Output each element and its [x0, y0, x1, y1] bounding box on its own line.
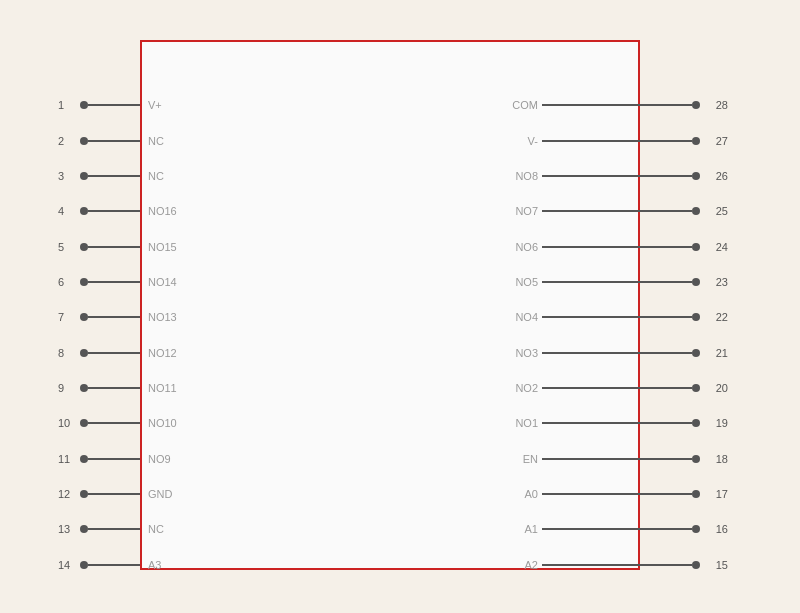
pin-right-25: 25NO7: [530, 207, 700, 215]
pin-left-5: 5NO15: [80, 243, 150, 251]
pin-dot: [692, 207, 700, 215]
pin-number: 4: [58, 205, 64, 217]
pin-number: 2: [58, 135, 64, 147]
pin-number: 5: [58, 241, 64, 253]
pin-line: [88, 564, 140, 566]
pin-line: [88, 352, 140, 354]
pin-line: [542, 458, 692, 460]
pin-dot: [692, 101, 700, 109]
pin-line: [542, 387, 692, 389]
pin-line: [542, 210, 692, 212]
pin-dot: [80, 455, 88, 463]
pin-label: NO1: [515, 417, 538, 429]
pin-right-20: 20NO2: [530, 384, 700, 392]
pin-right-24: 24NO6: [530, 243, 700, 251]
pin-label: NO13: [148, 311, 177, 323]
pin-line: [542, 422, 692, 424]
pin-left-14: 14A3: [80, 561, 150, 569]
pin-line: [542, 316, 692, 318]
pin-dot: [692, 243, 700, 251]
pin-line: [88, 458, 140, 460]
pin-dot: [80, 137, 88, 145]
pin-right-19: 19NO1: [530, 419, 700, 427]
pin-label: V+: [148, 99, 162, 111]
pin-line: [88, 210, 140, 212]
pin-label: NO6: [515, 241, 538, 253]
pin-number: 8: [58, 347, 64, 359]
pin-dot: [80, 490, 88, 498]
pin-number: 16: [716, 523, 728, 535]
pin-line: [88, 422, 140, 424]
pin-right-17: 17A0: [530, 490, 700, 498]
pin-dot: [692, 525, 700, 533]
chip-diagram: 1V+2NC3NC4NO165NO156NO147NO138NO129NO111…: [80, 30, 700, 580]
pin-right-23: 23NO5: [530, 278, 700, 286]
pin-left-2: 2NC: [80, 137, 150, 145]
pin-left-8: 8NO12: [80, 349, 150, 357]
pin-label: NO10: [148, 417, 177, 429]
pin-number: 10: [58, 417, 70, 429]
pin-dot: [692, 561, 700, 569]
pin-number: 23: [716, 276, 728, 288]
pin-number: 15: [716, 559, 728, 571]
pin-left-7: 7NO13: [80, 313, 150, 321]
pin-line: [88, 104, 140, 106]
pin-number: 11: [58, 453, 70, 465]
pin-number: 25: [716, 205, 728, 217]
pin-number: 1: [58, 99, 64, 111]
pin-right-16: 16A1: [530, 525, 700, 533]
pin-label: NO4: [515, 311, 538, 323]
pin-label: NC: [148, 523, 164, 535]
pin-dot: [692, 313, 700, 321]
pin-left-3: 3NC: [80, 172, 150, 180]
pin-dot: [80, 349, 88, 357]
pin-line: [542, 104, 692, 106]
pin-label: NO11: [148, 382, 177, 394]
pin-label: A2: [525, 559, 538, 571]
pin-number: 21: [716, 347, 728, 359]
pin-label: V-: [528, 135, 538, 147]
pin-dot: [80, 525, 88, 533]
pin-number: 14: [58, 559, 70, 571]
pin-label: A0: [525, 488, 538, 500]
pin-line: [542, 493, 692, 495]
pin-dot: [692, 419, 700, 427]
pin-number: 19: [716, 417, 728, 429]
pin-label: NO3: [515, 347, 538, 359]
pin-label: NO5: [515, 276, 538, 288]
pin-dot: [80, 172, 88, 180]
pin-label: NO8: [515, 170, 538, 182]
pin-label: A3: [148, 559, 161, 571]
pin-right-21: 21NO3: [530, 349, 700, 357]
pin-label: A1: [525, 523, 538, 535]
pin-left-13: 13NC: [80, 525, 150, 533]
pin-label: COM: [512, 99, 538, 111]
pin-left-4: 4NO16: [80, 207, 150, 215]
pin-dot: [80, 278, 88, 286]
pin-line: [542, 281, 692, 283]
pin-line: [88, 316, 140, 318]
pin-number: 17: [716, 488, 728, 500]
pin-number: 9: [58, 382, 64, 394]
pin-dot: [692, 455, 700, 463]
pin-dot: [80, 313, 88, 321]
pin-line: [542, 352, 692, 354]
pin-dot: [692, 349, 700, 357]
pin-number: 28: [716, 99, 728, 111]
pin-number: 12: [58, 488, 70, 500]
pin-label: NC: [148, 135, 164, 147]
pin-dot: [692, 172, 700, 180]
pin-line: [542, 175, 692, 177]
pin-right-15: 15A2: [530, 561, 700, 569]
pin-label: NO16: [148, 205, 177, 217]
pin-left-1: 1V+: [80, 101, 150, 109]
pin-number: 13: [58, 523, 70, 535]
pin-label: GND: [148, 488, 172, 500]
pin-dot: [80, 243, 88, 251]
pin-dot: [80, 384, 88, 392]
pin-right-22: 22NO4: [530, 313, 700, 321]
pin-dot: [692, 490, 700, 498]
pin-dot: [692, 137, 700, 145]
pin-line: [542, 140, 692, 142]
pin-label: NO9: [148, 453, 171, 465]
